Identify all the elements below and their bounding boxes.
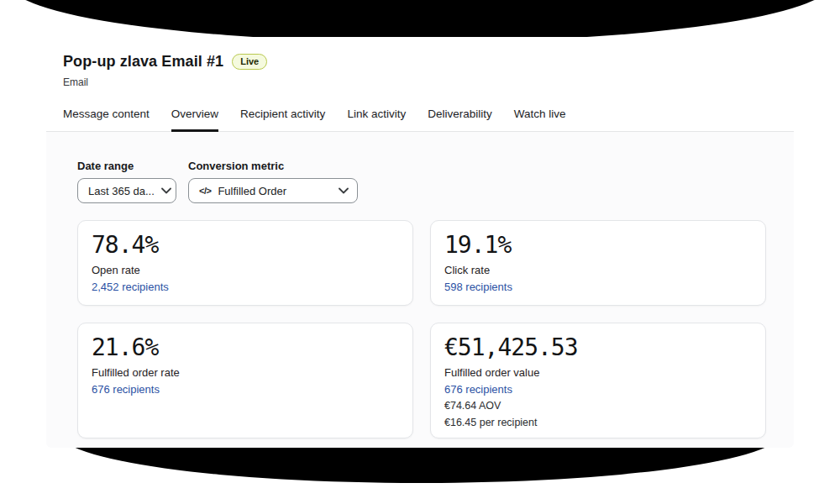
metric-card-fulfilled-order-rate: 21.6% Fulfilled order rate 676 recipient… bbox=[77, 323, 413, 438]
recipients-link[interactable]: 2,452 recipients bbox=[92, 281, 169, 294]
date-range-filter: Date range Last 365 da... bbox=[77, 160, 176, 203]
campaign-report-panel: Pop-up zlava Email #1 Live Email Message… bbox=[46, 37, 794, 448]
metric-value: 19.1% bbox=[444, 231, 752, 260]
chevron-down-icon bbox=[332, 187, 349, 194]
panel-header: Pop-up zlava Email #1 Live Email bbox=[46, 37, 794, 89]
aov-value: €74.64 AOV bbox=[444, 399, 752, 413]
chevron-down-icon bbox=[155, 187, 171, 194]
recipients-link[interactable]: 676 recipients bbox=[92, 383, 160, 396]
metric-value: 21.6% bbox=[92, 333, 399, 362]
date-range-value: Last 365 da... bbox=[88, 185, 155, 197]
metric-label: Fulfilled order value bbox=[444, 366, 752, 380]
metric-card-fulfilled-order-value: €51,425.53 Fulfilled order value 676 rec… bbox=[430, 323, 766, 438]
page-title: Pop-up zlava Email #1 bbox=[63, 50, 223, 72]
metric-card-open-rate: 78.4% Open rate 2,452 recipients bbox=[77, 220, 413, 306]
metric-cards-grid: 78.4% Open rate 2,452 recipients 19.1% C… bbox=[77, 220, 766, 438]
tab-deliverability[interactable]: Deliverability bbox=[428, 108, 492, 132]
conversion-metric-label: Conversion metric bbox=[188, 160, 358, 172]
recipients-link[interactable]: 598 recipients bbox=[444, 281, 512, 294]
tab-message-content[interactable]: Message content bbox=[63, 108, 150, 132]
filters-row: Date range Last 365 da... Conversion met… bbox=[77, 160, 766, 203]
date-range-label: Date range bbox=[77, 160, 176, 172]
tab-link-activity[interactable]: Link activity bbox=[347, 108, 406, 132]
tab-watch-live[interactable]: Watch live bbox=[514, 108, 566, 132]
metric-label: Open rate bbox=[92, 264, 399, 277]
metric-card-click-rate: 19.1% Click rate 598 recipients bbox=[430, 220, 766, 306]
per-recipient-value: €16.45 per recipient bbox=[444, 416, 752, 430]
conversion-metric-dropdown[interactable]: </> Fulfilled Order bbox=[188, 178, 358, 203]
overview-content: Date range Last 365 da... Conversion met… bbox=[46, 132, 794, 448]
metric-label: Click rate bbox=[444, 264, 752, 277]
page-subtitle: Email bbox=[63, 76, 777, 89]
conversion-metric-value: Fulfilled Order bbox=[218, 185, 286, 197]
conversion-metric-filter: Conversion metric </> Fulfilled Order bbox=[188, 160, 358, 203]
date-range-dropdown[interactable]: Last 365 da... bbox=[77, 178, 176, 203]
tab-overview[interactable]: Overview bbox=[171, 108, 218, 132]
recipients-link[interactable]: 676 recipients bbox=[444, 383, 512, 396]
tab-recipient-activity[interactable]: Recipient activity bbox=[240, 108, 325, 132]
status-badge: Live bbox=[232, 54, 267, 70]
tab-bar: Message content Overview Recipient activ… bbox=[46, 108, 794, 132]
metric-label: Fulfilled order rate bbox=[92, 366, 399, 380]
metric-value: 78.4% bbox=[92, 231, 399, 260]
code-icon: </> bbox=[199, 186, 211, 196]
metric-value: €51,425.53 bbox=[444, 333, 752, 362]
